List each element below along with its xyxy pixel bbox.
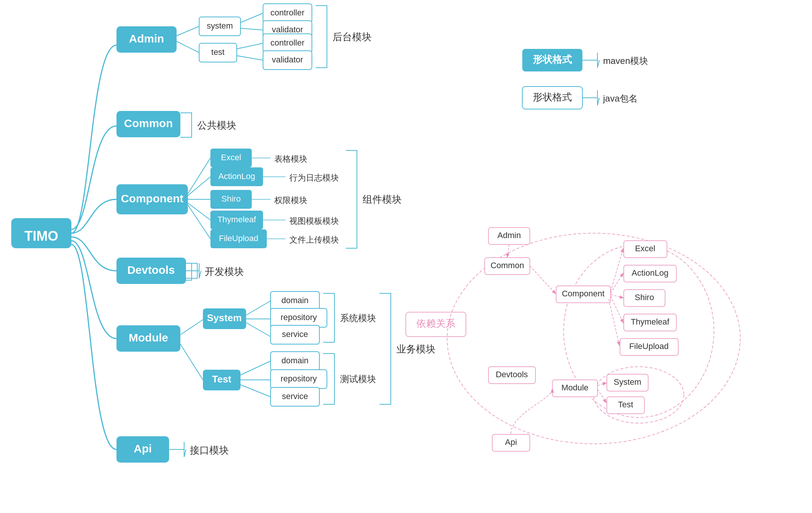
svg-text:controller: controller [271,38,304,47]
svg-line-66 [507,244,509,257]
test-domain-node: domain [271,352,319,370]
dep-test: Test [618,400,633,409]
devtools-node: Devtools [116,258,186,284]
svg-line-72 [609,299,619,345]
svg-line-70 [611,294,623,298]
fileupload-node: FileUpload [210,229,267,248]
test-node: Test [203,370,240,390]
test-service-node: service [271,387,319,406]
dep-shiro: Shiro [635,293,654,302]
svg-text:domain: domain [281,296,308,305]
timo-node: TIMO [11,218,71,248]
test-desc: 测试模块 [340,374,376,384]
system-desc: 系统模块 [340,313,376,323]
excel-node: Excel [210,149,252,167]
timo-label: TIMO [24,228,58,244]
legend: 形状格式 maven模块 形状格式 java包名 [522,49,648,109]
svg-line-71 [611,296,623,322]
svg-text:validator: validator [272,55,303,64]
dep-excel: Excel [635,244,655,253]
svg-line-68 [611,249,623,291]
system-pkg-node: system [199,17,240,36]
module-node: Module [116,325,180,352]
admin-label: Admin [129,32,164,45]
system-repository-node: repository [271,308,327,327]
dep-admin: Admin [497,231,521,240]
svg-text:service: service [282,392,308,401]
svg-text:Common: Common [124,117,173,129]
module-desc: 业务模块 [396,343,435,355]
svg-text:Devtools: Devtools [127,264,175,276]
dep-module: Module [561,383,588,392]
dep-system: System [614,377,641,387]
actionlog-node: ActionLog [210,167,263,186]
svg-text:test: test [211,47,224,57]
thymeleaf-desc: 视图模板模块 [289,216,339,226]
system-node: System [203,308,246,329]
fileupload-desc: 文件上传模块 [289,235,339,244]
common-node: Common [116,111,180,137]
line-timo-component [71,199,116,233]
svg-text:Shiro: Shiro [221,194,240,203]
svg-text:service: service [282,329,308,339]
svg-text:system: system [207,21,233,30]
dep-actionlog: ActionLog [632,268,668,278]
dep-devtools: Devtools [496,370,528,379]
common-desc: 公共模块 [197,120,236,131]
dep-fileupload: FileUpload [629,341,668,351]
actionlog-desc: 行为日志模块 [289,173,339,182]
shiro-desc: 权限模块 [274,196,307,205]
svg-line-74 [597,389,606,402]
line-timo-api [71,244,116,449]
svg-line-69 [611,273,623,293]
thymeleaf-node: Thymeleaf [210,211,263,229]
svg-line-67 [530,266,555,293]
test-repository-node: repository [271,370,327,389]
svg-text:repository: repository [281,313,317,322]
svg-text:controller: controller [271,8,304,17]
svg-text:validator: validator [272,25,303,34]
dep-thymeleaf: Thymeleaf [631,317,670,326]
svg-text:FileUpload: FileUpload [219,234,258,243]
component-node: Component [116,184,188,214]
line-timo-common [71,126,116,229]
excel-desc: 表格模块 [274,154,307,164]
test-controller-node: controller [263,34,312,53]
svg-text:Excel: Excel [221,153,241,162]
system-service-node: service [271,325,319,344]
system-controller-node: controller [263,4,312,23]
svg-text:domain: domain [281,356,308,365]
svg-text:Component: Component [121,192,184,205]
shiro-node: Shiro [210,190,252,209]
api-node: Api [116,436,169,463]
dependency-diagram: 依赖关系 Admin Common Component Excel Action… [406,228,740,451]
svg-line-73 [597,383,606,386]
api-desc: 接口模块 [190,445,229,456]
svg-text:Test: Test [212,373,231,385]
admin-desc: 后台模块 [333,31,372,42]
dep-component: Component [562,289,605,298]
test-pkg-node: test [199,43,237,62]
component-desc: 组件模块 [363,194,402,205]
svg-text:Module: Module [129,331,168,344]
dep-common: Common [490,261,524,270]
legend-filled-label: 形状格式 [532,54,572,65]
svg-text:Api: Api [134,442,152,455]
legend-outline-desc: java包名 [603,93,638,103]
svg-text:System: System [207,312,242,323]
svg-text:Thymeleaf: Thymeleaf [218,215,257,224]
line-timo-admin [71,45,116,233]
test-validator-node: validator [263,51,312,70]
legend-outline-label: 形状格式 [533,91,572,103]
admin-node: Admin [116,26,177,53]
legend-filled-desc: maven模块 [603,56,648,66]
system-domain-node: domain [271,291,319,310]
dep-api: Api [505,437,517,447]
svg-text:repository: repository [281,374,317,383]
svg-text:ActionLog: ActionLog [218,172,255,181]
devtools-desc: 开发模块 [205,266,244,277]
